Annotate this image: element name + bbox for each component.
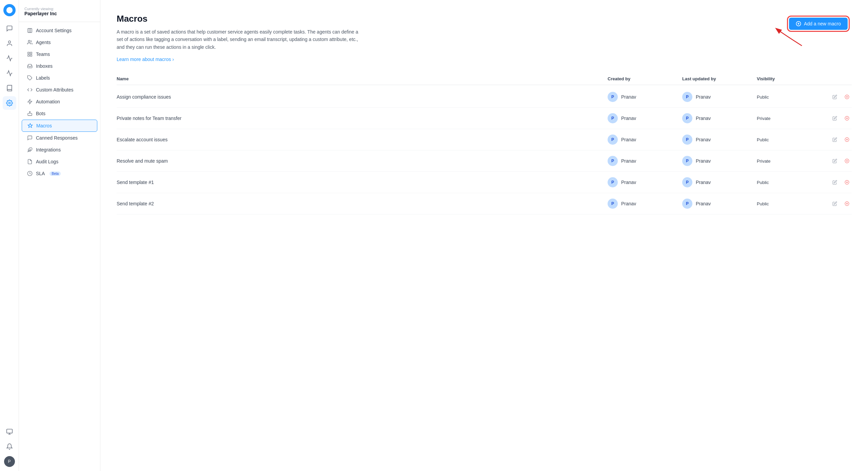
table-row: Resolve and mute spam P Pranav P Pranav …: [117, 150, 852, 172]
sidebar-item-canned-responses[interactable]: Canned Responses: [22, 132, 97, 144]
nav-conversations[interactable]: [3, 22, 16, 35]
created-by-avatar: P: [608, 92, 618, 102]
sidebar-item-audit-logs[interactable]: Audit Logs: [22, 156, 97, 167]
sidebar-item-sla[interactable]: SLA Beta: [22, 168, 97, 179]
page-description: A macro is a set of saved actions that h…: [117, 28, 361, 51]
updated-by-avatar: P: [682, 135, 692, 145]
table-row: Assign compliance issues P Pranav P Pran…: [117, 86, 852, 108]
sidebar-label-labels: Labels: [36, 75, 50, 81]
learn-more-link[interactable]: Learn more about macros ›: [117, 57, 174, 62]
edit-macro-button[interactable]: [830, 199, 840, 208]
edit-icon: [832, 180, 837, 185]
sidebar-item-teams[interactable]: Teams: [22, 48, 97, 60]
created-by-avatar: P: [608, 199, 618, 209]
app-logo[interactable]: [3, 4, 16, 16]
svg-point-0: [6, 7, 12, 13]
nav-contacts[interactable]: [3, 37, 16, 50]
edit-macro-button[interactable]: [830, 135, 840, 144]
viewing-label: Currently viewing:: [24, 7, 95, 11]
sidebar-item-labels[interactable]: Labels: [22, 72, 97, 84]
table-row: Private notes for Team transfer P Pranav…: [117, 108, 852, 129]
sidebar-item-account-settings[interactable]: Account Settings: [22, 25, 97, 36]
delete-macro-button[interactable]: [842, 114, 852, 123]
sidebar-label-integrations: Integrations: [36, 147, 61, 152]
sidebar-item-macros[interactable]: Macros: [22, 120, 97, 132]
edit-macro-button[interactable]: [830, 114, 840, 123]
row-visibility: Private: [757, 116, 825, 121]
sidebar-label-teams: Teams: [36, 52, 50, 57]
sidebar-item-automation[interactable]: Automation: [22, 96, 97, 107]
nav-library[interactable]: [3, 81, 16, 95]
row-actions: [825, 178, 852, 187]
created-by-name: Pranav: [621, 137, 636, 142]
updated-by-avatar: P: [682, 156, 692, 166]
edit-icon: [832, 159, 837, 163]
delete-icon: [845, 159, 849, 163]
row-actions: [825, 199, 852, 208]
updated-by-name: Pranav: [696, 116, 711, 121]
sidebar-item-custom-attributes[interactable]: Custom Attributes: [22, 84, 97, 96]
edit-icon: [832, 201, 837, 206]
clock-icon: [27, 171, 33, 176]
nav-reports[interactable]: [3, 52, 16, 65]
sidebar-item-bots[interactable]: Bots: [22, 108, 97, 119]
created-by-name: Pranav: [621, 116, 636, 121]
grid-icon: [27, 52, 33, 57]
nav-campaigns[interactable]: [3, 66, 16, 80]
edit-macro-button[interactable]: [830, 156, 840, 166]
delete-icon: [845, 95, 849, 99]
svg-point-7: [28, 40, 30, 42]
edit-icon: [832, 116, 837, 121]
svg-point-2: [8, 102, 10, 104]
delete-macro-button[interactable]: [842, 199, 852, 208]
updated-by-name: Pranav: [696, 201, 711, 206]
row-name: Send template #1: [117, 180, 608, 185]
puzzle-icon: [27, 147, 33, 152]
org-name: Paperlayer Inc: [24, 11, 95, 16]
row-actions: [825, 135, 852, 144]
learn-more-arrow: ›: [172, 57, 174, 62]
row-actions: [825, 156, 852, 166]
user-avatar[interactable]: P: [4, 456, 15, 467]
row-name: Escalate account issues: [117, 137, 608, 142]
updated-by-name: Pranav: [696, 94, 711, 100]
col-created-by: Created by: [608, 76, 682, 81]
row-name: Send template #2: [117, 201, 608, 206]
edit-macro-button[interactable]: [830, 92, 840, 102]
created-by-avatar: P: [608, 113, 618, 123]
updated-by-avatar: P: [682, 113, 692, 123]
svg-rect-9: [30, 52, 32, 54]
table-header: Name Created by Last updated by Visibili…: [117, 73, 852, 85]
row-name: Assign compliance issues: [117, 94, 608, 100]
delete-macro-button[interactable]: [842, 135, 852, 144]
sidebar-item-integrations[interactable]: Integrations: [22, 144, 97, 156]
row-updated-by: P Pranav: [682, 113, 757, 123]
nav-monitor[interactable]: [3, 425, 16, 438]
delete-macro-button[interactable]: [842, 92, 852, 102]
edit-macro-button[interactable]: [830, 178, 840, 187]
row-created-by: P Pranav: [608, 199, 682, 209]
updated-by-avatar: P: [682, 177, 692, 187]
table-row: Send template #1 P Pranav P Pranav Publi…: [117, 172, 852, 193]
inbox-icon: [27, 63, 33, 69]
file-icon: [27, 159, 33, 164]
svg-rect-8: [28, 52, 29, 54]
row-visibility: Private: [757, 159, 825, 164]
sidebar-item-inboxes[interactable]: Inboxes: [22, 60, 97, 72]
row-name: Private notes for Team transfer: [117, 116, 608, 121]
row-visibility: Public: [757, 201, 825, 206]
nav-settings[interactable]: [3, 96, 16, 110]
delete-macro-button[interactable]: [842, 178, 852, 187]
delete-macro-button[interactable]: [842, 156, 852, 166]
main-content: Macros A macro is a set of saved actions…: [100, 0, 868, 471]
sidebar-label-agents: Agents: [36, 40, 51, 45]
sidebar-item-agents[interactable]: Agents: [22, 37, 97, 48]
macro-icon: [27, 123, 33, 128]
sidebar-label-canned-responses: Canned Responses: [36, 135, 78, 141]
col-name: Name: [117, 76, 608, 81]
page-title: Macros: [117, 14, 852, 24]
sidebar-label-sla: SLA: [36, 171, 45, 176]
add-macro-button[interactable]: Add a new macro: [789, 18, 848, 30]
nav-notifications[interactable]: [3, 440, 16, 453]
row-actions: [825, 92, 852, 102]
